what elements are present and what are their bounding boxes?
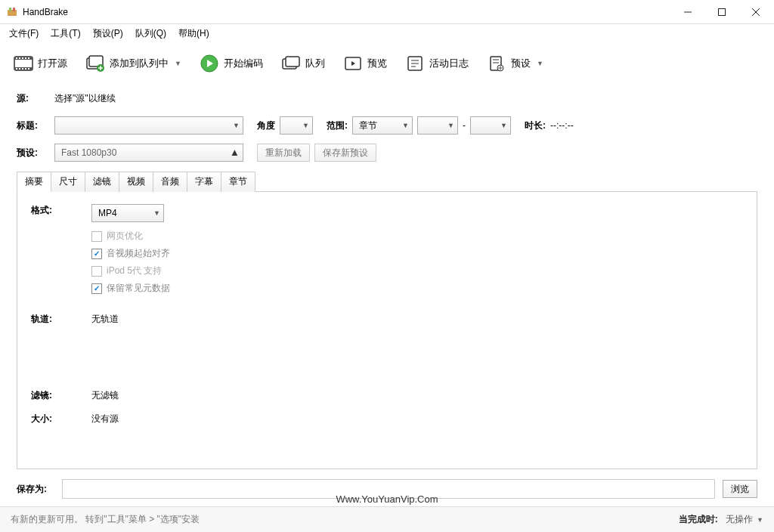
log-icon <box>405 54 425 73</box>
save-preset-button[interactable]: 保存新预设 <box>314 144 376 162</box>
maximize-button[interactable] <box>704 1 738 23</box>
check-web-optimized[interactable]: 网页优化 <box>91 230 170 243</box>
svg-rect-16 <box>19 68 20 70</box>
size-label: 大小: <box>31 413 91 425</box>
toolbar-add-queue[interactable]: 添加到队列中 ▼ <box>79 51 187 76</box>
toolbar-presets[interactable]: 预设 ▼ <box>481 51 550 76</box>
svg-rect-13 <box>25 57 26 59</box>
svg-rect-11 <box>19 57 20 59</box>
preset-label: 预设: <box>17 147 54 159</box>
title-label: 标题: <box>17 119 54 132</box>
format-label: 格式: <box>31 204 91 222</box>
svg-rect-0 <box>8 10 17 16</box>
svg-rect-15 <box>16 68 17 70</box>
chevron-down-icon: ▼ <box>175 60 181 67</box>
tab-dimensions[interactable]: 尺寸 <box>51 172 85 192</box>
tracks-label: 轨道: <box>31 313 91 326</box>
done-action-dropdown[interactable]: 无操作 ▼ <box>726 513 763 526</box>
svg-rect-18 <box>25 68 26 70</box>
angle-label: 角度 <box>257 119 275 132</box>
film-icon <box>14 54 33 73</box>
menu-queue[interactable]: 队列(Q) <box>129 25 172 42</box>
toolbar-activity-log[interactable]: 活动日志 <box>399 51 475 76</box>
preview-icon <box>343 54 363 73</box>
tab-panel-summary: 格式: MP4▼ 网页优化 音视频起始对齐 iPod 5代 支持 保留常见元数据… <box>17 191 757 469</box>
close-button[interactable] <box>738 1 772 23</box>
angle-combo[interactable]: ▼ <box>280 116 313 135</box>
chevron-down-icon: ▼ <box>537 60 543 67</box>
range-type-combo[interactable]: 章节▼ <box>352 116 413 135</box>
saveas-label: 保存为: <box>17 483 54 496</box>
preset-combo[interactable]: Fast 1080p30▶ <box>54 144 243 162</box>
browse-button[interactable]: 浏览 <box>723 480 757 498</box>
watermark: Www.YouYuanVip.Com <box>336 493 438 505</box>
check-ipod[interactable]: iPod 5代 支持 <box>91 264 170 277</box>
duration-value: --:--:-- <box>550 120 574 131</box>
menu-file[interactable]: 文件(F) <box>3 25 45 42</box>
tab-filters[interactable]: 滤镜 <box>85 172 119 192</box>
title-combo[interactable]: ▼ <box>54 116 243 135</box>
range-end-combo[interactable]: ▼ <box>470 116 511 135</box>
svg-rect-17 <box>22 68 23 70</box>
done-label: 当完成时: <box>679 513 718 526</box>
svg-rect-2 <box>13 8 15 11</box>
range-label: 范围: <box>327 119 348 132</box>
svg-rect-1 <box>9 8 11 11</box>
check-metadata[interactable]: 保留常见元数据 <box>91 282 170 295</box>
tracks-value: 无轨道 <box>91 313 119 326</box>
toolbar-open-source[interactable]: 打开源 <box>8 51 73 76</box>
size-value: 没有源 <box>91 413 119 425</box>
svg-rect-4 <box>718 8 725 15</box>
status-update-text: 有新的更新可用。 转到"工具"菜单 > "选项"安装 <box>11 513 200 526</box>
toolbar-preview[interactable]: 预览 <box>337 51 393 76</box>
app-title: HandBrake <box>23 7 670 17</box>
source-label: 源: <box>17 92 54 105</box>
app-icon <box>6 6 18 18</box>
filters-label: 滤镜: <box>31 389 91 402</box>
check-av-start[interactable]: 音视频起始对齐 <box>91 247 170 260</box>
tab-subtitles[interactable]: 字幕 <box>187 172 221 192</box>
toolbar-queue[interactable]: 队列 <box>275 51 331 76</box>
svg-marker-30 <box>351 61 355 66</box>
minimize-button[interactable] <box>670 1 704 23</box>
menu-presets[interactable]: 预设(P) <box>87 25 129 42</box>
svg-rect-14 <box>28 57 29 59</box>
filters-value: 无滤镜 <box>91 389 119 402</box>
svg-rect-10 <box>16 57 17 59</box>
tab-summary[interactable]: 摘要 <box>17 172 51 192</box>
duration-label: 时长: <box>525 119 546 132</box>
queue-icon <box>281 54 301 73</box>
svg-rect-19 <box>28 68 29 70</box>
tab-audio[interactable]: 音频 <box>153 172 187 192</box>
tab-chapters[interactable]: 章节 <box>221 172 255 192</box>
range-sep: - <box>458 120 470 131</box>
source-value: 选择"源"以继续 <box>54 92 116 105</box>
tab-video[interactable]: 视频 <box>119 172 153 192</box>
toolbar-start-encode[interactable]: 开始编码 <box>194 51 269 76</box>
play-icon <box>200 54 219 73</box>
add-queue-icon <box>85 54 105 73</box>
format-combo[interactable]: MP4▼ <box>91 204 164 222</box>
presets-icon <box>487 54 506 73</box>
svg-rect-12 <box>22 57 23 59</box>
menu-help[interactable]: 帮助(H) <box>172 25 215 42</box>
reload-button[interactable]: 重新加载 <box>257 144 310 162</box>
range-start-combo[interactable]: ▼ <box>417 116 458 135</box>
menu-tools[interactable]: 工具(T) <box>45 25 86 42</box>
svg-rect-28 <box>286 57 299 66</box>
